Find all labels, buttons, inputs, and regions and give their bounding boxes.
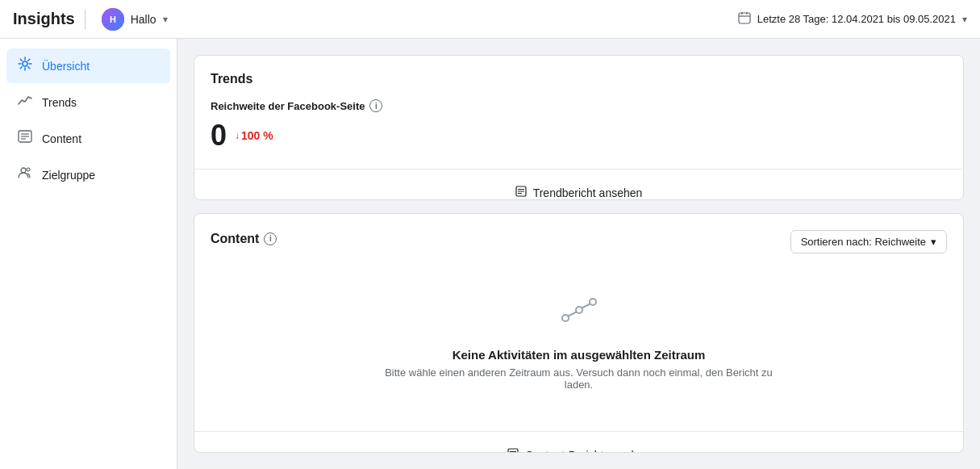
svg-line-12 bbox=[28, 67, 30, 69]
empty-chart-icon bbox=[557, 294, 601, 335]
content-icon bbox=[16, 129, 34, 148]
sort-chevron-icon: ▾ bbox=[931, 236, 936, 248]
svg-rect-30 bbox=[508, 449, 518, 453]
content-card-body: Content i Sortieren nach: Reichweite ▾ bbox=[194, 214, 963, 431]
content-info-icon[interactable]: i bbox=[264, 232, 277, 245]
page-selector[interactable]: H Hallo ▾ bbox=[95, 5, 174, 34]
sidebar-item-zielgruppe[interactable]: Zielgruppe bbox=[6, 157, 170, 192]
main-layout: Übersicht Trends Content bbox=[0, 39, 980, 469]
svg-line-28 bbox=[568, 312, 576, 316]
metric-change-value: 100 % bbox=[241, 129, 273, 142]
content-bericht-label: Content-Bericht ansehen bbox=[525, 449, 650, 453]
header-divider bbox=[85, 10, 85, 29]
svg-point-19 bbox=[21, 168, 26, 173]
zielgruppe-icon bbox=[16, 165, 34, 184]
svg-line-29 bbox=[582, 304, 590, 308]
content-card-title-wrap: Content i bbox=[211, 232, 277, 246]
uebersicht-icon bbox=[16, 57, 34, 75]
page-avatar: H bbox=[102, 8, 124, 31]
sidebar-item-content[interactable]: Content bbox=[6, 121, 170, 156]
sidebar-item-trends[interactable]: Trends bbox=[6, 85, 170, 119]
content-card: Content i Sortieren nach: Reichweite ▾ bbox=[194, 213, 964, 453]
sidebar-item-uebersicht-label: Übersicht bbox=[42, 60, 90, 73]
trends-icon bbox=[16, 93, 34, 111]
content-card-title: Content bbox=[211, 232, 259, 246]
info-icon[interactable]: i bbox=[369, 99, 382, 112]
sidebar-item-uebersicht[interactable]: Übersicht bbox=[6, 48, 170, 83]
date-range[interactable]: Letzte 28 Tage: 12.04.2021 bis 09.05.202… bbox=[738, 11, 967, 27]
svg-point-6 bbox=[23, 61, 27, 66]
page-name: Hallo bbox=[131, 13, 156, 26]
metric-value: 0 ↓ 100 % bbox=[211, 119, 947, 153]
date-range-chevron-icon[interactable]: ▾ bbox=[962, 14, 967, 25]
sidebar-item-trends-label: Trends bbox=[42, 96, 77, 109]
metric-label: Reichweite der Facebook-Seite i bbox=[211, 99, 947, 112]
metric-change: ↓ 100 % bbox=[235, 129, 273, 142]
sidebar: Übersicht Trends Content bbox=[0, 39, 177, 469]
sidebar-item-zielgruppe-label: Zielgruppe bbox=[42, 169, 95, 182]
metric-label-text: Reichweite der Facebook-Seite bbox=[211, 100, 365, 112]
content-bericht-button[interactable]: Content-Bericht ansehen bbox=[211, 442, 947, 453]
chevron-down-icon: ▾ bbox=[163, 14, 168, 25]
empty-title: Keine Aktivitäten im ausgewählten Zeitra… bbox=[452, 348, 706, 362]
sidebar-item-content-label: Content bbox=[42, 132, 81, 145]
trends-card-footer: Trendbericht ansehen bbox=[194, 169, 963, 200]
content-area: Trends Reichweite der Facebook-Seite i 0… bbox=[177, 39, 980, 469]
app-title: Insights bbox=[13, 10, 75, 28]
svg-text:H: H bbox=[110, 15, 116, 24]
empty-subtitle: Bitte wähle einen anderen Zeitraum aus. … bbox=[377, 366, 781, 391]
trendbericht-button[interactable]: Trendbericht ansehen bbox=[211, 179, 947, 200]
svg-rect-2 bbox=[739, 13, 750, 23]
svg-line-11 bbox=[20, 59, 22, 61]
sort-label: Sortieren nach: Reichweite bbox=[801, 236, 926, 248]
trendbericht-icon bbox=[515, 186, 527, 199]
svg-line-14 bbox=[20, 67, 22, 69]
sort-dropdown[interactable]: Sortieren nach: Reichweite ▾ bbox=[790, 230, 947, 253]
svg-point-20 bbox=[27, 168, 30, 171]
content-card-header: Content i Sortieren nach: Reichweite ▾ bbox=[211, 230, 947, 253]
trends-card-body: Trends Reichweite der Facebook-Seite i 0… bbox=[194, 56, 963, 169]
empty-state: Keine Aktivitäten im ausgewählten Zeitra… bbox=[211, 270, 947, 415]
trends-card: Trends Reichweite der Facebook-Seite i 0… bbox=[194, 55, 964, 200]
calendar-icon bbox=[738, 11, 751, 27]
top-header: Insights H Hallo ▾ bbox=[0, 0, 980, 39]
trends-card-title: Trends bbox=[211, 72, 947, 86]
arrow-down-icon: ↓ bbox=[235, 130, 240, 141]
date-range-text: Letzte 28 Tage: 12.04.2021 bis 09.05.202… bbox=[757, 13, 956, 25]
content-bericht-icon bbox=[507, 448, 519, 453]
content-card-footer: Content-Bericht ansehen bbox=[194, 431, 963, 453]
svg-line-13 bbox=[28, 59, 30, 61]
trendbericht-label: Trendbericht ansehen bbox=[533, 186, 643, 199]
metric-number: 0 bbox=[211, 119, 227, 153]
